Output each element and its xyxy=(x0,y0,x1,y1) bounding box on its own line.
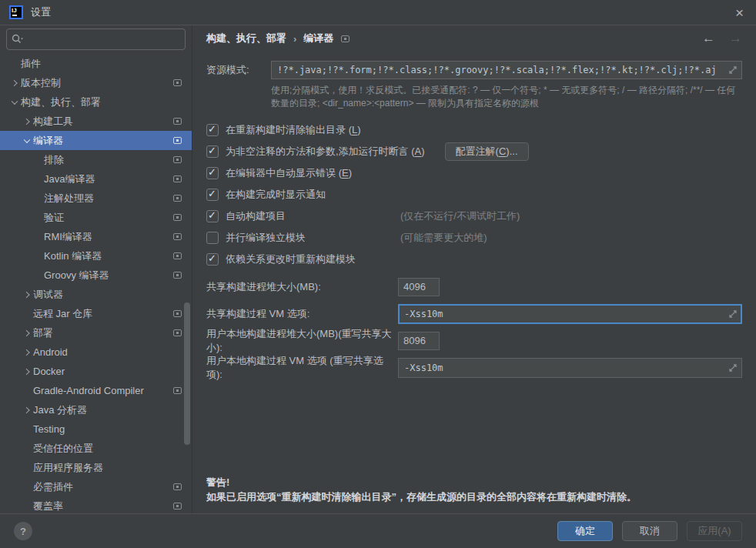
field-row-shared-heap-size: 共享构建进程堆大小(MB): xyxy=(206,273,742,300)
sidebar-item-required-plugins[interactable]: 必需插件 xyxy=(0,477,192,496)
sidebar-item-kotlin-compiler[interactable]: Kotlin 编译器 xyxy=(0,246,192,266)
shared-heap-size-input[interactable] xyxy=(398,278,440,296)
warning-text: 如果已启用选项“重新构建时清除输出目录”，存储生成源的目录的全部内容将在重新构建… xyxy=(206,490,637,504)
checkbox[interactable] xyxy=(206,167,219,179)
monitor-icon xyxy=(173,233,182,240)
sidebar-item-version-control[interactable]: 版本控制 xyxy=(0,73,192,92)
close-icon[interactable]: × xyxy=(732,5,747,20)
checkbox[interactable] xyxy=(206,210,219,222)
sidebar-item-docker[interactable]: Docker xyxy=(0,362,192,381)
chevron-right-icon[interactable] xyxy=(20,112,33,131)
sidebar-item-annotation-processors[interactable]: 注解处理器 xyxy=(0,189,192,208)
sidebar-item-excludes[interactable]: 排除 xyxy=(0,150,192,169)
sidebar-item-application-servers[interactable]: 应用程序服务器 xyxy=(0,458,192,477)
sidebar-item-deployment[interactable]: 部署 xyxy=(0,323,192,342)
monitor-icon xyxy=(173,175,182,182)
checkbox[interactable] xyxy=(206,124,219,136)
settings-dialog: IJ 设置 × 插件 版本控制 构建、执行、部署 构建工具 编译器 排除 xyxy=(0,0,756,548)
breadcrumb-separator: › xyxy=(293,33,296,45)
shared-vm-options-input[interactable] xyxy=(398,304,742,324)
sidebar-item-coverage[interactable]: 覆盖率 xyxy=(0,496,192,513)
apply-button: 应用(A) xyxy=(687,521,742,541)
monitor-icon xyxy=(173,387,182,394)
checkbox-row-build-automatically: 自动构建项目 (仅在不运行/不调试时工作) xyxy=(206,206,742,227)
sidebar-item-java-compiler[interactable]: Java编译器 xyxy=(0,169,192,189)
sidebar-item-gradle-android-compiler[interactable]: Gradle-Android Compiler xyxy=(0,381,192,400)
title-bar: IJ 设置 × xyxy=(0,0,756,25)
dialog-footer: ? 确定 取消 应用(A) xyxy=(0,513,756,548)
sidebar-item-rmi-compiler[interactable]: RMI编译器 xyxy=(0,227,192,246)
forward-arrow-icon: → xyxy=(729,31,742,46)
cancel-button[interactable]: 取消 xyxy=(622,521,677,541)
monitor-icon xyxy=(173,195,182,202)
monitor-icon xyxy=(173,310,182,317)
sidebar-item-validation[interactable]: 验证 xyxy=(0,208,192,227)
chevron-right-icon[interactable] xyxy=(20,362,33,381)
expand-icon[interactable] xyxy=(728,65,738,75)
warning-title: 警告! xyxy=(206,475,637,490)
ok-button[interactable]: 确定 xyxy=(557,521,613,541)
sidebar-item-trusted-locations[interactable]: 受信任的位置 xyxy=(0,439,192,458)
checkbox[interactable] xyxy=(206,189,219,201)
resource-patterns-label: 资源模式: xyxy=(206,61,271,79)
expand-icon[interactable] xyxy=(728,309,738,319)
checkbox-row-build-notification: 在构建完成时显示通知 xyxy=(206,184,742,206)
monitor-icon xyxy=(173,503,182,510)
monitor-icon xyxy=(173,483,182,490)
resource-patterns-input[interactable] xyxy=(271,61,742,79)
window-title: 设置 xyxy=(31,5,51,19)
checkbox[interactable] xyxy=(206,145,219,158)
warning-message: 警告! 如果已启用选项“重新构建时清除输出目录”，存储生成源的目录的全部内容将在… xyxy=(206,475,637,504)
monitor-icon xyxy=(173,329,182,336)
monitor-icon xyxy=(173,156,182,163)
chevron-right-icon[interactable] xyxy=(8,73,21,92)
search-box[interactable] xyxy=(6,28,186,50)
expand-icon[interactable] xyxy=(728,363,738,373)
breadcrumb: 构建、执行、部署 › 编译器 ← → xyxy=(206,25,742,52)
settings-sidebar: 插件 版本控制 构建、执行、部署 构建工具 编译器 排除 Java编译器 注解处… xyxy=(0,25,192,513)
chevron-right-icon[interactable] xyxy=(20,285,33,304)
monitor-icon xyxy=(173,137,182,144)
monitor-icon xyxy=(173,214,182,221)
user-local-heap-size-input[interactable] xyxy=(398,332,440,350)
checkbox-row-runtime-assertions: 为非空注释的方法和参数,添加运行时断言 (A) 配置注解(C)... xyxy=(206,141,742,162)
chevron-right-icon[interactable] xyxy=(20,400,33,419)
monitor-icon xyxy=(173,79,182,86)
help-icon[interactable]: ? xyxy=(14,522,32,540)
sidebar-item-groovy-compiler[interactable]: Groovy 编译器 xyxy=(0,266,192,285)
field-row-user-local-heap-size: 用户本地构建进程堆大小(MB)(重写共享大小): xyxy=(206,327,742,354)
sidebar-item-build-execution-deployment[interactable]: 构建、执行、部署 xyxy=(0,92,192,112)
sidebar-scrollbar[interactable] xyxy=(184,302,190,445)
sidebar-item-java-profiler[interactable]: Java 分析器 xyxy=(0,400,192,419)
settings-tree: 插件 版本控制 构建、执行、部署 构建工具 编译器 排除 Java编译器 注解处… xyxy=(0,54,192,513)
sidebar-item-build-tools[interactable]: 构建工具 xyxy=(0,112,192,131)
chevron-right-icon[interactable] xyxy=(20,342,33,362)
sidebar-item-plugins[interactable]: 插件 xyxy=(0,54,192,73)
checkbox[interactable] xyxy=(206,232,219,244)
checkbox-row-show-errors: 在编辑器中自动显示错误 (E) xyxy=(206,162,742,184)
sidebar-item-android[interactable]: Android xyxy=(0,342,192,362)
monitor-icon xyxy=(173,252,182,259)
sidebar-item-testing[interactable]: Testing xyxy=(0,419,192,439)
checkbox-row-clear-output: 在重新构建时清除输出目录 (L) xyxy=(206,119,742,141)
monitor-icon xyxy=(173,118,182,125)
compiler-settings-panel: 构建、执行、部署 › 编译器 ← → 资源模式: 使用;分隔模式，使用！求 xyxy=(192,25,756,513)
user-local-vm-options-input[interactable] xyxy=(398,358,742,378)
sidebar-item-debugger[interactable]: 调试器 xyxy=(0,285,192,304)
resource-patterns-help: 使用;分隔模式，使用！求反模式。已接受通配符: ? — 仅一个符号; * — 无… xyxy=(271,84,742,110)
field-row-user-local-vm-options: 用户本地构建过程 VM 选项 (重写共享选项): xyxy=(206,354,742,381)
chevron-down-icon[interactable] xyxy=(20,131,33,150)
intellij-logo-icon: IJ xyxy=(9,5,23,19)
sidebar-item-remote-jar-repositories[interactable]: 远程 Jar 仓库 xyxy=(0,304,192,323)
search-input[interactable] xyxy=(27,34,180,45)
checkbox-row-rebuild-on-dependency-change: 依赖关系更改时重新构建模块 xyxy=(206,249,742,270)
checkbox-comment: (仅在不运行/不调试时工作) xyxy=(400,209,520,223)
checkbox[interactable] xyxy=(206,253,219,266)
configure-annotations-button[interactable]: 配置注解(C)... xyxy=(445,142,529,161)
sidebar-item-compiler[interactable]: 编译器 xyxy=(0,131,192,150)
chevron-right-icon[interactable] xyxy=(20,323,33,342)
search-icon xyxy=(12,34,23,45)
back-arrow-icon[interactable]: ← xyxy=(702,31,715,46)
chevron-down-icon[interactable] xyxy=(8,92,21,112)
breadcrumb-parent[interactable]: 构建、执行、部署 xyxy=(206,32,286,45)
